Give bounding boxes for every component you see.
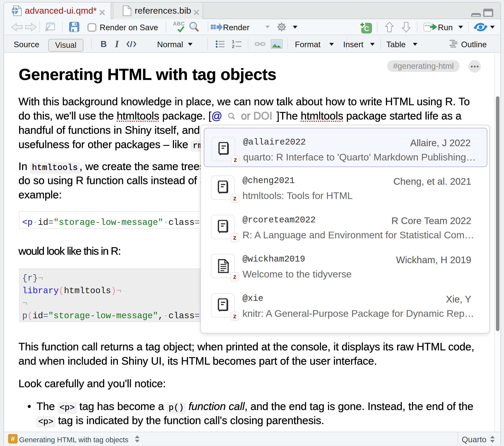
svg-text:1: 1: [232, 40, 234, 44]
svg-text:2: 2: [232, 44, 234, 48]
